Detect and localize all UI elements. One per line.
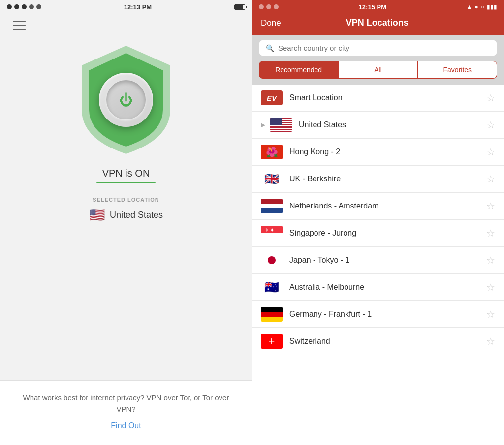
- r-dot-3: [274, 4, 279, 9]
- left-status-bar: 12:13 PM: [0, 0, 252, 14]
- vpn-status-line: [96, 182, 156, 183]
- ch-location-name: Switzerland: [289, 337, 479, 346]
- flag-de: [261, 307, 283, 322]
- vpn-status-text: VPN is ON: [102, 168, 150, 179]
- dot-2: [14, 4, 19, 9]
- smart-location-icon: EV: [261, 90, 283, 105]
- dot-5: [36, 4, 41, 9]
- location-item-au[interactable]: 🇦🇺 Australia - Melbourne ☆: [252, 274, 504, 301]
- tabs-container: Recommended All Favorites: [252, 61, 504, 85]
- hamburger-line-3: [13, 29, 26, 30]
- left-status-right: [234, 4, 245, 10]
- flag-nl: [261, 199, 283, 213]
- sg-location-name: Singapore - Jurong: [289, 229, 479, 237]
- r-dot-2: [266, 4, 271, 9]
- right-time: 12:15 PM: [359, 3, 386, 11]
- right-status-right: ▲ ● ○ ▮▮▮: [467, 3, 497, 10]
- location-item-hk[interactable]: 🌺 Hong Kong - 2 ☆: [252, 139, 504, 166]
- flag-sg: ☽ ✦: [261, 226, 283, 240]
- bottom-card: What works best for internet privacy? VP…: [0, 380, 252, 445]
- battery-icon: [234, 4, 245, 10]
- right-panel: 12:15 PM ▲ ● ○ ▮▮▮ Done VPN Locations 🔍 …: [252, 0, 504, 445]
- dot-4: [29, 4, 34, 9]
- hamburger-line-1: [13, 21, 26, 22]
- shield-container: ⏻: [72, 41, 180, 159]
- search-bar-container: 🔍: [252, 35, 504, 61]
- location-item-us[interactable]: ▶ United States ☆: [252, 112, 504, 139]
- au-location-name: Australia - Melbourne: [289, 283, 479, 292]
- tab-recommended[interactable]: Recommended: [259, 61, 338, 79]
- location-item-de[interactable]: Germany - Frankfurt - 1 ☆: [252, 301, 504, 328]
- tab-all[interactable]: All: [338, 61, 417, 79]
- clock-icon: ○: [481, 3, 484, 10]
- expand-arrow-us: ▶: [261, 121, 265, 128]
- flag-jp: [261, 253, 283, 267]
- us-location-star[interactable]: ☆: [486, 119, 495, 131]
- done-button[interactable]: Done: [261, 18, 281, 28]
- hk-location-name: Hong Kong - 2: [289, 148, 479, 156]
- de-location-name: Germany - Frankfurt - 1: [289, 310, 479, 319]
- location-item-sg[interactable]: ☽ ✦ Singapore - Jurong ☆: [252, 220, 504, 247]
- right-status-dots: [259, 4, 279, 9]
- power-button[interactable]: ⏻: [99, 73, 153, 127]
- smart-location-name: Smart Location: [289, 93, 479, 102]
- flag-au: 🇦🇺: [261, 280, 283, 295]
- location-item-smart[interactable]: EV Smart Location ☆: [252, 85, 504, 112]
- location-item-nl[interactable]: Netherlands - Amsterdam ☆: [252, 193, 504, 220]
- uk-location-star[interactable]: ☆: [486, 173, 495, 185]
- left-panel: 12:13 PM ⏻ VPN is ON SELECTED LOCATION 🇺…: [0, 0, 252, 445]
- flag-ch: [261, 334, 283, 349]
- uk-location-name: UK - Berkshire: [289, 175, 479, 183]
- hamburger-line-2: [13, 25, 26, 26]
- au-location-star[interactable]: ☆: [486, 281, 495, 293]
- search-input[interactable]: [278, 44, 490, 52]
- dot-3: [22, 4, 27, 9]
- tab-favorites[interactable]: Favorites: [418, 61, 497, 79]
- location-item-uk[interactable]: 🇬🇧 UK - Berkshire ☆: [252, 166, 504, 193]
- vpn-locations-title: VPN Locations: [346, 18, 409, 28]
- flag-hk: 🌺: [261, 145, 283, 159]
- jp-location-name: Japan - Tokyo - 1: [289, 256, 479, 265]
- left-time: 12:13 PM: [124, 3, 152, 11]
- search-bar: 🔍: [259, 40, 497, 56]
- selected-location-label: SELECTED LOCATION: [93, 197, 159, 203]
- power-icon: ⏻: [119, 92, 133, 108]
- r-dot-1: [259, 4, 264, 9]
- power-button-inner: ⏻: [106, 80, 146, 119]
- nl-location-name: Netherlands - Amsterdam: [289, 202, 479, 210]
- bottom-card-text: What works best for internet privacy? VP…: [14, 392, 238, 415]
- flag-us: [270, 118, 292, 132]
- dot-1: [7, 4, 12, 9]
- us-flag-icon: 🇺🇸: [89, 208, 105, 223]
- search-icon: 🔍: [266, 44, 274, 52]
- selected-location-value: 🇺🇸 United States: [89, 208, 163, 223]
- battery-right-icon: ▮▮▮: [487, 3, 497, 10]
- us-location-name: United States: [299, 120, 479, 129]
- right-status-bar: 12:15 PM ▲ ● ○ ▮▮▮: [252, 0, 504, 14]
- wifi-icon: ●: [474, 3, 478, 10]
- smart-location-star[interactable]: ☆: [486, 92, 495, 104]
- sg-location-star[interactable]: ☆: [486, 227, 495, 239]
- vpn-header: Done VPN Locations: [252, 14, 504, 35]
- signal-icon: ▲: [467, 3, 472, 10]
- status-dots: [7, 4, 41, 9]
- ch-location-star[interactable]: ☆: [486, 335, 495, 347]
- selected-location-name: United States: [110, 210, 163, 220]
- location-list: EV Smart Location ☆ ▶ United States ☆ 🌺 …: [252, 85, 504, 445]
- nl-location-star[interactable]: ☆: [486, 200, 495, 212]
- location-item-jp[interactable]: Japan - Tokyo - 1 ☆: [252, 247, 504, 274]
- jp-location-star[interactable]: ☆: [486, 254, 495, 266]
- hk-location-star[interactable]: ☆: [486, 146, 495, 158]
- de-location-star[interactable]: ☆: [486, 308, 495, 320]
- flag-uk: 🇬🇧: [261, 172, 283, 186]
- location-item-ch[interactable]: Switzerland ☆: [252, 328, 504, 355]
- find-out-link[interactable]: Find Out: [14, 421, 238, 430]
- menu-button[interactable]: [10, 18, 29, 33]
